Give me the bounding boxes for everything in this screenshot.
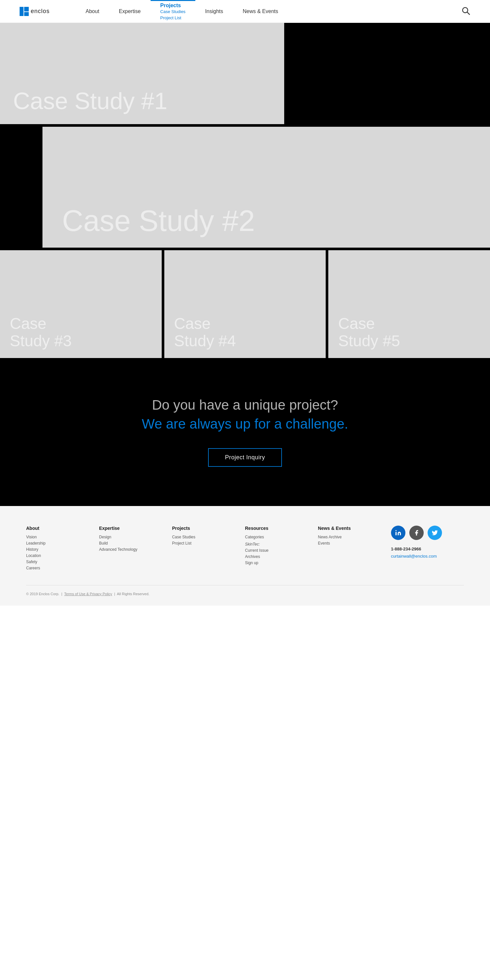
footer-link-categories[interactable]: Categories [245,535,318,539]
cta-line1: Do you have a unique project? [20,397,470,413]
linkedin-icon [395,530,401,536]
footer-link-archives[interactable]: Archives [245,554,318,559]
svg-rect-0 [20,7,24,16]
search-button[interactable] [461,6,470,17]
footer: About Vision Leadership History Location… [0,506,490,606]
footer-link-leadership[interactable]: Leadership [26,541,99,546]
footer-link-current-issue[interactable]: Current Issue [245,548,318,553]
footer-link-events[interactable]: Events [318,541,391,546]
footer-link-project-list[interactable]: Project List [172,541,245,546]
footer-col-expertise: Expertise Design Build Advanced Technolo… [99,526,172,572]
case-studies-section: Case Study #1 Case Study #2 CaseStudy #3… [0,23,490,358]
footer-contact: 1-888-234-2966 curtainwall@enclos.com [391,547,464,559]
footer-about-title: About [26,526,99,531]
nav-label-projects: Projects [161,3,181,8]
footer-projects-title: Projects [172,526,245,531]
logo-icon [20,7,29,16]
footer-privacy-link[interactable]: Terms of Use & Privacy Policy [64,592,112,596]
footer-resources-title: Resources [245,526,318,531]
footer-rights: All Rights Reserved. [117,592,150,596]
svg-point-3 [463,8,468,13]
footer-expertise-title: Expertise [99,526,172,531]
nav-item-expertise[interactable]: Expertise [109,0,151,23]
twitter-icon [431,530,438,536]
project-inquiry-button[interactable]: Project Inquiry [208,448,282,467]
nav-item-insights[interactable]: Insights [195,0,233,23]
footer-link-safety[interactable]: Safety [26,560,99,564]
linkedin-button[interactable] [391,526,406,540]
case-study-2-title: Case Study #2 [62,204,255,238]
footer-col-news: News & Events News Archive Events [318,526,391,572]
footer-skintec-label: SkinTec: [245,542,318,547]
case-study-grid: CaseStudy #3 CaseStudy #4 CaseStudy #5 [0,250,490,358]
nav-label-expertise: Expertise [119,8,141,14]
svg-line-4 [467,12,470,15]
nav-label-insights: Insights [205,8,223,14]
nav-item-news[interactable]: News & Events [233,0,288,23]
footer-link-design[interactable]: Design [99,535,172,539]
footer-link-history[interactable]: History [26,547,99,552]
footer-link-news-archive[interactable]: News Archive [318,535,391,539]
cta-section: Do you have a unique project? We are alw… [0,358,490,506]
case-study-4-title: CaseStudy #4 [174,315,236,350]
case-study-1-title: Case Study #1 [13,88,167,115]
case-study-3-image[interactable]: CaseStudy #3 [0,250,164,358]
footer-phone: 1-888-234-2966 [391,547,464,551]
case-study-2-image[interactable]: Case Study #2 [43,127,490,248]
nav-sub-project-list[interactable]: Project List [161,15,181,21]
case-study-5-image[interactable]: CaseStudy #5 [328,250,490,358]
footer-news-title: News & Events [318,526,391,531]
nav-label-about: About [86,8,99,14]
navbar: enclos About Expertise Projects Case Stu… [0,0,490,23]
footer-col-social: 1-888-234-2966 curtainwall@enclos.com [391,526,464,572]
nav-sub-case-studies[interactable]: Case Studies [161,9,186,15]
facebook-button[interactable] [409,526,424,540]
nav-item-projects[interactable]: Projects Case Studies Project List [151,0,195,23]
nav-links: About Expertise Projects Case Studies Pr… [76,0,461,23]
case-study-2-wrap: Case Study #2 [0,127,490,248]
svg-point-5 [395,530,396,531]
search-icon [461,6,470,15]
nav-item-about[interactable]: About [76,0,109,23]
footer-link-build[interactable]: Build [99,541,172,546]
nav-label-news: News & Events [243,8,278,14]
case-study-4-image[interactable]: CaseStudy #4 [164,250,329,358]
logo[interactable]: enclos [20,7,50,16]
case-study-3-title: CaseStudy #3 [10,315,72,350]
footer-copyright: © 2019 Enclos Corp. [26,592,59,596]
svg-rect-2 [24,12,29,16]
cta-line2: We are always up for a challenge. [20,416,470,432]
footer-link-location[interactable]: Location [26,554,99,558]
case-study-5-title: CaseStudy #5 [338,315,400,350]
footer-link-advanced-tech[interactable]: Advanced Technology [99,547,172,552]
footer-social-links [391,526,464,540]
facebook-icon [413,530,420,536]
footer-link-careers[interactable]: Careers [26,566,99,570]
footer-email[interactable]: curtainwall@enclos.com [391,554,437,558]
svg-rect-1 [24,7,29,11]
footer-bottom: © 2019 Enclos Corp. | Terms of Use & Pri… [26,585,464,596]
case-study-1-image[interactable]: Case Study #1 [0,23,284,124]
footer-col-about: About Vision Leadership History Location… [26,526,99,572]
footer-link-vision[interactable]: Vision [26,535,99,539]
twitter-button[interactable] [428,526,442,540]
logo-text: enclos [31,8,50,15]
footer-columns: About Vision Leadership History Location… [26,526,464,572]
footer-link-case-studies[interactable]: Case Studies [172,535,245,539]
footer-col-projects: Projects Case Studies Project List [172,526,245,572]
footer-col-resources: Resources Categories SkinTec: Current Is… [245,526,318,572]
footer-link-signup[interactable]: Sign up [245,560,318,565]
case-study-1-wrap: Case Study #1 [0,23,490,124]
